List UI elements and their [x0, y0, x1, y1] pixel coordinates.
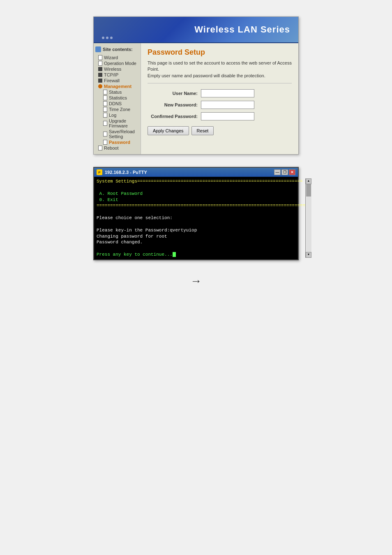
scrollbar-thumb	[306, 184, 311, 197]
operation-mode-icon	[98, 61, 103, 66]
firewall-label: Firewall	[104, 78, 120, 83]
router-header: Wireless LAN Series	[94, 17, 298, 43]
terminal-line-0: System Settings=========================…	[97, 178, 305, 185]
terminal-cursor	[173, 252, 176, 257]
reset-button[interactable]: Reset	[191, 126, 214, 135]
sidebar-sub-menu: Status Statistics DDNS Time Zone	[95, 89, 139, 145]
password-form: User Name: New Password: Confirmed Passw…	[148, 89, 292, 120]
wireless-icon	[98, 67, 103, 72]
sidebar-item-firewall[interactable]: Firewall	[95, 78, 139, 83]
terminal-line-6: Please choice one selection:	[97, 215, 305, 221]
terminal-scrollbar[interactable]: ▲ ▼	[305, 178, 311, 258]
sidebar-item-tcpip[interactable]: TCP/IP	[95, 72, 139, 78]
sidebar-item-wizard[interactable]: Wizard	[95, 55, 139, 60]
page-description: This page is used to set the account to …	[148, 60, 292, 83]
upgrade-firmware-icon	[103, 121, 108, 126]
sidebar-item-password[interactable]: Password	[101, 139, 139, 145]
sidebar-item-statistics[interactable]: Statistics	[101, 95, 139, 101]
dot-2	[106, 37, 108, 39]
sidebar-item-ddns[interactable]: DDNS	[101, 101, 139, 106]
restore-button[interactable]: ❐	[281, 169, 288, 175]
terminal-title: 192.168.2.3 - PuTTY	[105, 170, 147, 175]
tcpip-icon	[98, 72, 103, 77]
new-password-input[interactable]	[201, 101, 254, 109]
sidebar-item-status[interactable]: Status	[101, 89, 139, 95]
dot-1	[102, 37, 104, 39]
sidebar-item-log[interactable]: Log	[101, 112, 139, 118]
terminal-line-11	[97, 245, 305, 252]
apply-changes-button[interactable]: Apply Changes	[148, 126, 189, 135]
scrollbar-down-button[interactable]: ▼	[306, 252, 311, 258]
site-contents-label: Site contents:	[103, 47, 133, 52]
user-name-label: User Name:	[148, 91, 201, 96]
new-password-row: New Password:	[148, 101, 292, 109]
terminal-line-4: ========================================…	[97, 203, 305, 209]
terminal-titlebar: P 192.168.2.3 - PuTTY — ❐ ✕	[94, 168, 298, 177]
save-reload-icon	[103, 132, 108, 136]
wireless-label: Wireless	[104, 67, 121, 72]
minimize-button[interactable]: —	[274, 169, 281, 175]
user-name-input[interactable]	[201, 89, 254, 97]
new-password-label: New Password:	[148, 102, 201, 107]
scrollbar-up-button[interactable]: ▲	[306, 178, 311, 184]
management-icon	[98, 84, 103, 89]
sidebar: Site contents: Wizard Operation Mode	[94, 43, 141, 154]
firewall-icon	[98, 78, 103, 83]
terminal-line-9: Changing password for root	[97, 234, 305, 240]
sidebar-item-save-reload[interactable]: Save/Reload Setting	[101, 129, 139, 139]
confirmed-password-input[interactable]	[201, 112, 254, 120]
main-content: Password Setup This page is used to set …	[141, 43, 298, 154]
site-contents-header: Site contents:	[95, 46, 139, 52]
password-icon	[103, 140, 108, 145]
description-line2: Empty user name and password will disabl…	[148, 73, 265, 78]
putty-icon: P	[97, 169, 102, 175]
terminal-line-10: Password changed.	[97, 239, 305, 245]
wizard-icon	[98, 55, 103, 60]
sidebar-item-reboot[interactable]: Reboot	[95, 145, 139, 151]
management-label: Management	[104, 84, 131, 89]
arrow-symbol: →	[190, 275, 202, 288]
router-title: Wireless LAN Series	[194, 24, 290, 35]
log-icon	[103, 113, 108, 118]
tcpip-label: TCP/IP	[104, 72, 118, 77]
close-button[interactable]: ✕	[289, 169, 295, 175]
statistics-icon	[103, 95, 108, 100]
operation-mode-label: Operation Mode	[104, 61, 136, 66]
terminal-line-12: Press any key to continue...	[97, 252, 305, 258]
sidebar-management-group[interactable]: Management	[95, 83, 139, 89]
terminal-controls: — ❐ ✕	[274, 169, 295, 175]
sidebar-item-timezone[interactable]: Time Zone	[101, 106, 139, 112]
sidebar-item-wireless[interactable]: Wireless	[95, 66, 139, 72]
site-contents-icon	[95, 46, 101, 52]
terminal-wrapper: P 192.168.2.3 - PuTTY — ❐ ✕ System Setti…	[93, 167, 299, 260]
description-line1: This page is used to set the account to …	[148, 60, 292, 72]
terminal-line-1	[97, 185, 305, 191]
sidebar-item-upgrade-firmware[interactable]: Upgrade Firmware	[101, 118, 139, 129]
terminal-line-2: A. Root Password	[97, 191, 305, 197]
button-row: Apply Changes Reset	[148, 126, 292, 135]
terminal-line-7	[97, 221, 305, 227]
terminal-body[interactable]: System Settings=========================…	[94, 177, 298, 259]
confirmed-password-row: Confirmed Password:	[148, 112, 292, 120]
router-panel: Wireless LAN Series Site contents: Wizar…	[93, 16, 299, 155]
dot-3	[110, 37, 113, 39]
terminal-line-8: Please key-in the Password:qvertyuiop	[97, 227, 305, 234]
scrollbar-track[interactable]	[306, 184, 311, 252]
confirmed-password-label: Confirmed Password:	[148, 114, 201, 119]
header-decoration	[102, 37, 113, 39]
ddns-icon	[103, 101, 108, 106]
wizard-label: Wizard	[104, 55, 118, 60]
terminal-text: System Settings=========================…	[97, 178, 305, 258]
terminal-window: P 192.168.2.3 - PuTTY — ❐ ✕ System Setti…	[93, 167, 299, 260]
page-title: Password Setup	[148, 48, 292, 57]
reboot-icon	[98, 146, 103, 150]
arrow-indicator: →	[190, 273, 202, 290]
router-body: Site contents: Wizard Operation Mode	[94, 43, 298, 154]
user-name-row: User Name:	[148, 89, 292, 97]
sidebar-item-operation-mode[interactable]: Operation Mode	[95, 60, 139, 66]
terminal-title-left: P 192.168.2.3 - PuTTY	[97, 169, 147, 175]
timezone-icon	[103, 107, 108, 112]
status-icon	[103, 90, 108, 95]
terminal-line-3: 0. Exit	[97, 197, 305, 203]
terminal-line-5	[97, 209, 305, 215]
